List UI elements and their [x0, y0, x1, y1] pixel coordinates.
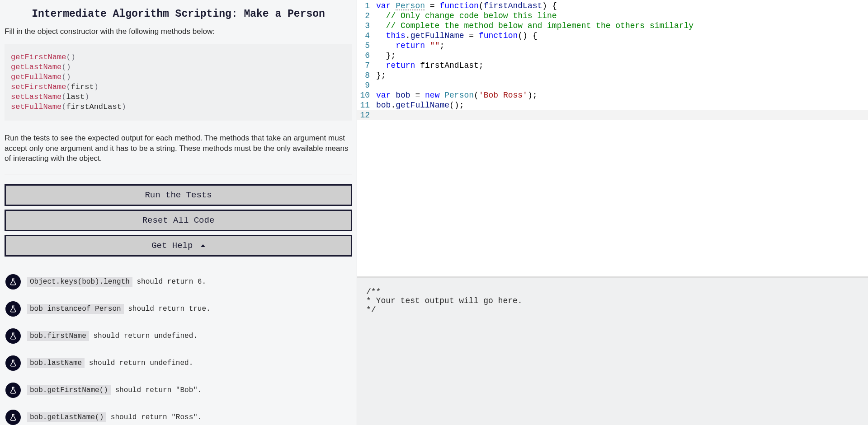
- code-line[interactable]: 4 this.getFullName = function() {: [357, 31, 868, 41]
- flask-icon: [5, 355, 21, 371]
- code-line[interactable]: 5 return "";: [357, 41, 868, 51]
- get-help-label: Get Help: [151, 241, 193, 251]
- instructions-panel: Intermediate Algorithm Scripting: Make a…: [0, 0, 357, 425]
- flask-icon: [5, 410, 21, 425]
- line-number: 10: [357, 90, 376, 100]
- line-number: 5: [357, 41, 376, 51]
- code-line[interactable]: 8};: [357, 70, 868, 80]
- line-number: 2: [357, 11, 376, 21]
- code-line[interactable]: 7 return firstAndLast;: [357, 61, 868, 70]
- code-line[interactable]: 10var bob = new Person('Bob Ross');: [357, 90, 868, 100]
- code-content: // Only change code below this line: [376, 11, 557, 21]
- challenge-title: Intermediate Algorithm Scripting: Make a…: [5, 8, 352, 20]
- code-line[interactable]: 12: [357, 110, 868, 120]
- test-text: bob.lastName should return undefined.: [27, 359, 193, 367]
- code-content: var bob = new Person('Bob Ross');: [376, 90, 538, 100]
- code-content: bob.getFullName();: [376, 100, 464, 110]
- code-editor[interactable]: 1var Person = function(firstAndLast) {2 …: [357, 0, 868, 278]
- code-content: // Complete the method below and impleme…: [376, 21, 693, 31]
- method-list: getFirstName()getLastName()getFullName()…: [5, 44, 352, 121]
- method-signature: setFirstName(first): [11, 82, 346, 92]
- code-line[interactable]: 1var Person = function(firstAndLast) {: [357, 1, 868, 11]
- code-line[interactable]: 3 // Complete the method below and imple…: [357, 21, 868, 31]
- test-row: bob instanceof Person should return true…: [5, 295, 352, 322]
- line-number: 4: [357, 31, 376, 41]
- method-signature: getLastName(): [11, 62, 346, 72]
- output-pane: /** * Your test output will go here. */: [357, 278, 868, 425]
- flask-icon: [5, 328, 21, 344]
- code-line[interactable]: 2 // Only change code below this line: [357, 11, 868, 21]
- line-number: 1: [357, 1, 376, 11]
- line-number: 12: [357, 110, 376, 120]
- challenge-description: Run the tests to see the expected output…: [5, 133, 352, 164]
- test-row: bob.getFirstName() should return "Bob".: [5, 377, 352, 404]
- test-text: bob.getLastName() should return "Ross".: [27, 413, 202, 421]
- line-number: 11: [357, 100, 376, 110]
- line-number: 7: [357, 61, 376, 70]
- caret-up-icon: [201, 244, 205, 247]
- run-tests-button[interactable]: Run the Tests: [5, 184, 352, 206]
- test-row: bob.lastName should return undefined.: [5, 350, 352, 377]
- line-number: 3: [357, 21, 376, 31]
- test-text: Object.keys(bob).length should return 6.: [27, 278, 206, 286]
- divider: [5, 174, 352, 174]
- code-content: this.getFullName = function() {: [376, 31, 538, 41]
- code-content: };: [376, 70, 386, 80]
- code-line[interactable]: 9: [357, 80, 868, 90]
- flask-icon: [5, 383, 21, 398]
- code-panel: 1var Person = function(firstAndLast) {2 …: [357, 0, 868, 425]
- line-number: 6: [357, 51, 376, 61]
- code-content: var Person = function(firstAndLast) {: [376, 1, 557, 11]
- code-content: };: [376, 51, 396, 61]
- test-row: bob.getLastName() should return "Ross".: [5, 404, 352, 425]
- flask-icon: [5, 301, 21, 317]
- flask-icon: [5, 274, 21, 290]
- method-signature: getFirstName(): [11, 52, 346, 62]
- code-content: return "";: [376, 41, 444, 51]
- reset-code-button[interactable]: Reset All Code: [5, 210, 352, 231]
- line-number: 8: [357, 70, 376, 80]
- intro-text: Fill in the object constructor with the …: [5, 27, 352, 36]
- code-line[interactable]: 11bob.getFullName();: [357, 100, 868, 110]
- code-line[interactable]: 6 };: [357, 51, 868, 61]
- method-signature: getFullName(): [11, 72, 346, 82]
- method-signature: setFullName(firstAndLast): [11, 102, 346, 112]
- test-row: Object.keys(bob).length should return 6.: [5, 268, 352, 295]
- test-text: bob instanceof Person should return true…: [27, 305, 211, 313]
- test-text: bob.getFirstName() should return "Bob".: [27, 386, 202, 394]
- line-number: 9: [357, 80, 376, 90]
- test-row: bob.firstName should return undefined.: [5, 322, 352, 350]
- method-signature: setLastName(last): [11, 92, 346, 102]
- tests-list: Object.keys(bob).length should return 6.…: [5, 268, 352, 425]
- get-help-button[interactable]: Get Help: [5, 235, 352, 257]
- code-content: return firstAndLast;: [376, 61, 484, 70]
- test-text: bob.firstName should return undefined.: [27, 332, 198, 340]
